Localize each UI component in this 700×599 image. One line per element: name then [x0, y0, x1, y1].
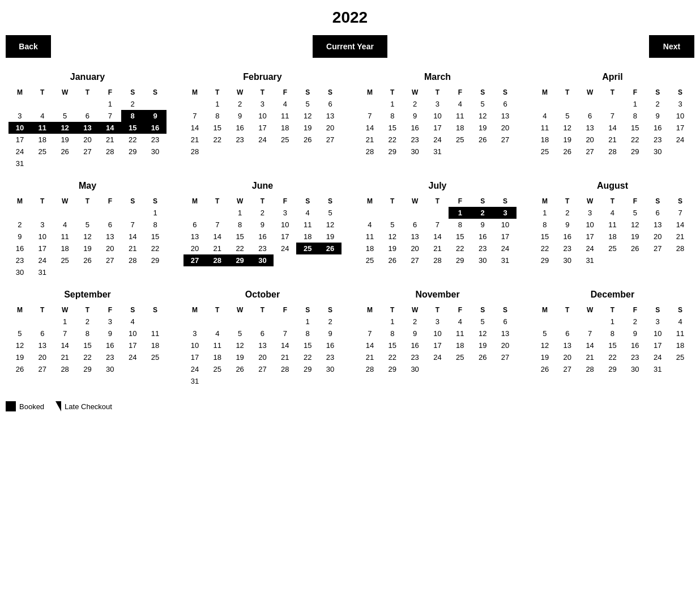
calendar-day[interactable]: 10	[579, 219, 601, 231]
calendar-day[interactable]	[426, 363, 449, 375]
calendar-day[interactable]: 10	[121, 328, 144, 339]
calendar-day[interactable]	[669, 363, 692, 375]
calendar-day[interactable]: 16	[646, 122, 669, 134]
calendar-day[interactable]: 19	[319, 231, 342, 243]
calendar-day[interactable]: 5	[296, 98, 319, 110]
calendar-day[interactable]: 30	[8, 266, 31, 278]
calendar-day[interactable]: 7	[426, 219, 449, 231]
calendar-day[interactable]: 3	[31, 219, 54, 231]
calendar-day[interactable]: 3	[426, 98, 449, 110]
calendar-day[interactable]: 6	[76, 110, 99, 122]
calendar-day[interactable]: 21	[358, 351, 381, 363]
calendar-day[interactable]: 26	[624, 243, 646, 254]
calendar-day[interactable]: 24	[579, 243, 601, 254]
calendar-day[interactable]: 3	[494, 207, 517, 219]
calendar-day[interactable]: 21	[358, 134, 381, 146]
calendar-day[interactable]: 28	[121, 254, 144, 266]
calendar-day[interactable]: 4	[121, 316, 144, 328]
calendar-day[interactable]: 27	[646, 243, 669, 254]
calendar-day[interactable]: 4	[296, 207, 319, 219]
calendar-day[interactable]: 29	[601, 363, 624, 375]
calendar-day[interactable]: 2	[404, 316, 426, 328]
calendar-day[interactable]: 9	[229, 110, 251, 122]
calendar-day[interactable]: 27	[319, 134, 342, 146]
calendar-day[interactable]: 26	[76, 254, 99, 266]
calendar-day[interactable]: 8	[296, 328, 319, 339]
calendar-day[interactable]: 30	[471, 254, 494, 266]
calendar-day[interactable]	[183, 98, 206, 110]
calendar-day[interactable]	[449, 146, 471, 158]
calendar-day[interactable]: 24	[251, 134, 274, 146]
calendar-day[interactable]: 28	[274, 363, 296, 375]
calendar-day[interactable]: 17	[31, 243, 54, 254]
calendar-day[interactable]	[358, 98, 381, 110]
calendar-day[interactable]	[669, 254, 692, 266]
calendar-day[interactable]: 18	[449, 122, 471, 134]
calendar-day[interactable]: 15	[144, 231, 167, 243]
calendar-day[interactable]: 7	[183, 110, 206, 122]
calendar-day[interactable]: 31	[646, 363, 669, 375]
calendar-day[interactable]: 16	[8, 243, 31, 254]
calendar-day[interactable]: 25	[449, 134, 471, 146]
calendar-day[interactable]	[533, 98, 556, 110]
calendar-day[interactable]: 7	[669, 207, 692, 219]
calendar-day[interactable]: 27	[31, 363, 54, 375]
calendar-day[interactable]: 23	[624, 351, 646, 363]
calendar-day[interactable]	[99, 158, 121, 169]
calendar-day[interactable]: 21	[206, 243, 229, 254]
calendar-day[interactable]: 27	[183, 254, 206, 266]
calendar-day[interactable]	[556, 98, 579, 110]
calendar-day[interactable]: 5	[471, 98, 494, 110]
calendar-day[interactable]: 14	[121, 231, 144, 243]
calendar-day[interactable]: 20	[251, 351, 274, 363]
calendar-day[interactable]: 15	[449, 231, 471, 243]
calendar-day[interactable]: 16	[251, 231, 274, 243]
calendar-day[interactable]: 13	[31, 339, 54, 351]
calendar-day[interactable]: 27	[76, 146, 99, 158]
calendar-day[interactable]: 25	[144, 351, 167, 363]
calendar-day[interactable]: 26	[381, 254, 404, 266]
calendar-day[interactable]: 31	[426, 146, 449, 158]
calendar-day[interactable]: 8	[121, 110, 144, 122]
calendar-day[interactable]: 12	[533, 339, 556, 351]
calendar-day[interactable]	[54, 266, 76, 278]
calendar-day[interactable]: 29	[76, 363, 99, 375]
calendar-day[interactable]	[144, 266, 167, 278]
calendar-day[interactable]	[206, 146, 229, 158]
calendar-day[interactable]: 4	[31, 110, 54, 122]
calendar-day[interactable]: 15	[206, 122, 229, 134]
calendar-day[interactable]: 19	[229, 351, 251, 363]
calendar-day[interactable]: 19	[54, 134, 76, 146]
calendar-day[interactable]: 18	[669, 339, 692, 351]
calendar-day[interactable]: 18	[449, 339, 471, 351]
calendar-day[interactable]: 2	[319, 316, 342, 328]
calendar-day[interactable]: 23	[251, 243, 274, 254]
calendar-day[interactable]: 11	[449, 110, 471, 122]
calendar-day[interactable]: 12	[54, 122, 76, 134]
calendar-day[interactable]: 9	[99, 328, 121, 339]
calendar-day[interactable]: 5	[319, 207, 342, 219]
calendar-day[interactable]: 26	[556, 146, 579, 158]
calendar-day[interactable]: 3	[251, 98, 274, 110]
calendar-day[interactable]: 20	[183, 243, 206, 254]
calendar-day[interactable]: 13	[76, 122, 99, 134]
calendar-day[interactable]: 16	[229, 122, 251, 134]
calendar-day[interactable]	[358, 316, 381, 328]
calendar-day[interactable]: 28	[183, 146, 206, 158]
calendar-day[interactable]: 25	[31, 146, 54, 158]
calendar-day[interactable]: 9	[556, 219, 579, 231]
calendar-day[interactable]: 24	[426, 134, 449, 146]
calendar-day[interactable]: 25	[533, 146, 556, 158]
calendar-day[interactable]: 28	[206, 254, 229, 266]
calendar-day[interactable]: 2	[556, 207, 579, 219]
calendar-day[interactable]	[556, 316, 579, 328]
calendar-day[interactable]: 31	[494, 254, 517, 266]
calendar-day[interactable]: 6	[31, 328, 54, 339]
calendar-day[interactable]	[274, 316, 296, 328]
calendar-day[interactable]: 9	[404, 110, 426, 122]
calendar-day[interactable]: 10	[494, 219, 517, 231]
calendar-day[interactable]	[669, 146, 692, 158]
calendar-day[interactable]: 14	[358, 122, 381, 134]
calendar-day[interactable]: 8	[76, 328, 99, 339]
calendar-day[interactable]: 11	[601, 219, 624, 231]
